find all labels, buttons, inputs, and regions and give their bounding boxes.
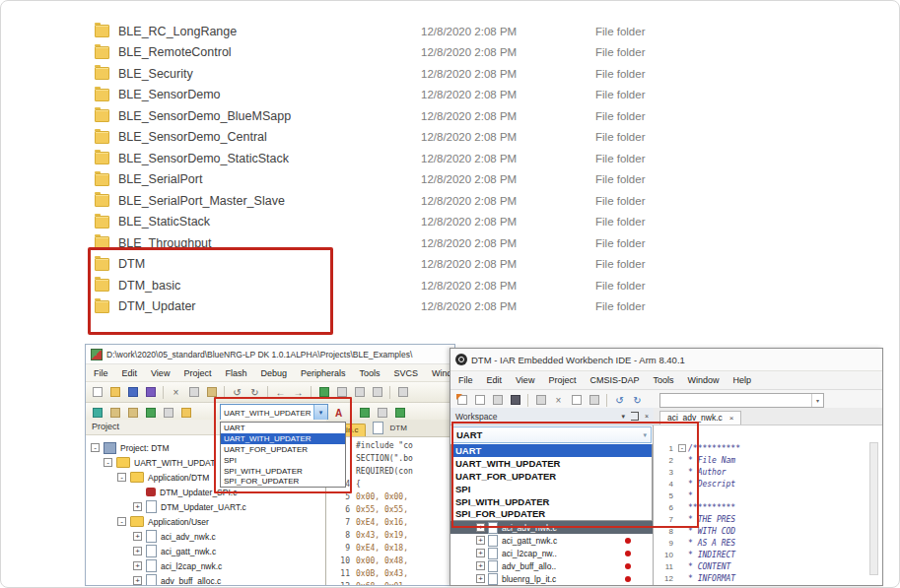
expander-icon[interactable]: + [476, 574, 485, 583]
expander-icon[interactable]: - [91, 443, 100, 452]
build-icon[interactable] [107, 406, 122, 421]
expander-icon[interactable]: + [476, 536, 485, 545]
explorer-row[interactable]: BLE_SerialPort12/8/2020 2:08 PMFile fold… [95, 169, 726, 191]
ws-tree-item-bluenrg-lp-it[interactable]: +bluenrg_lp_it.c [450, 572, 653, 585]
compile-icon[interactable] [90, 406, 104, 421]
close-icon[interactable]: × [645, 413, 649, 420]
expander-icon[interactable]: - [117, 517, 126, 526]
expander-icon[interactable]: - [117, 473, 126, 482]
expander-icon[interactable]: + [476, 549, 485, 557]
tree-item-application-user[interactable]: -Application/User [86, 514, 325, 529]
menu-tools[interactable]: Tools [359, 368, 380, 378]
stop-build-icon[interactable] [161, 406, 175, 421]
new-file-icon[interactable] [90, 385, 104, 400]
expander-icon[interactable]: + [133, 532, 142, 541]
tab-dtm[interactable]: DTM [368, 421, 412, 436]
code-text: 0x00, 0x48, [356, 556, 408, 565]
date-modified: 12/8/2020 2:08 PM [421, 258, 595, 270]
code-line: 9* AS A RES [654, 537, 882, 549]
menu-file[interactable]: File [94, 368, 108, 378]
new-file-icon[interactable] [454, 393, 469, 408]
folder-icon [95, 67, 109, 80]
expander-icon[interactable]: + [133, 561, 142, 570]
tree-item-dtm-updater-uart[interactable]: +DTM_Updater_UART.c [86, 499, 325, 514]
chevron-down-icon[interactable]: ▾ [621, 413, 625, 421]
bookmark-clear-icon[interactable] [370, 385, 384, 400]
run-icon[interactable] [392, 406, 407, 421]
right-titlebar[interactable]: DTM - IAR Embedded Workbench IDE - Arm 8… [450, 349, 882, 371]
debug-icon[interactable] [357, 406, 372, 421]
expander-icon[interactable]: + [133, 576, 142, 585]
close-icon[interactable]: × [729, 414, 734, 423]
explorer-row[interactable]: BLE_Security12/8/2020 2:08 PMFile folder [95, 63, 726, 85]
file-icon [488, 573, 498, 585]
target-icon[interactable] [178, 406, 193, 421]
left-titlebar[interactable]: D:\work\2020\05_standard\BlueNRG-LP DK 1… [86, 345, 454, 364]
paste-icon[interactable] [587, 393, 601, 408]
menu-project[interactable]: Project [548, 375, 576, 385]
open-file-icon[interactable] [472, 393, 487, 408]
menu-file[interactable]: File [458, 375, 473, 385]
menu-debug[interactable]: Debug [260, 368, 287, 378]
rebuild-icon[interactable] [125, 406, 140, 421]
item-type: File folder [595, 26, 646, 37]
copy-icon[interactable] [569, 393, 584, 408]
line-number: 8 [326, 531, 356, 540]
ws-tree-item-aci-l2cap-nw[interactable]: +aci_l2cap_nw.. [450, 547, 653, 559]
explorer-row[interactable]: BLE_SensorDemo_BlueMSapp12/8/2020 2:08 P… [95, 105, 726, 127]
expander-icon[interactable]: - [104, 458, 112, 467]
open-file-icon[interactable] [107, 385, 122, 400]
explorer-row[interactable]: BLE_RemoteControl12/8/2020 2:08 PMFile f… [95, 42, 726, 64]
tree-item-adv-buff-alloc[interactable]: +adv_buff_alloc.c [86, 573, 325, 585]
cut-icon[interactable]: × [169, 385, 183, 400]
menu-edit[interactable]: Edit [122, 368, 138, 378]
left-menubar: File Edit View Project Flash Debug Perip… [86, 364, 454, 382]
editor-scrollbar[interactable] [869, 442, 878, 575]
menu-edit[interactable]: Edit [487, 375, 503, 385]
copy-icon[interactable] [186, 385, 201, 400]
expander-icon[interactable]: + [133, 547, 142, 555]
bookmark-prev-icon[interactable] [352, 385, 367, 400]
menu-svcs[interactable]: SVCS [394, 368, 419, 378]
ws-tree-item-adv-buff-allo[interactable]: +adv_buff_allo.. [450, 559, 653, 572]
tree-label: Project: DTM [120, 443, 170, 453]
quick-search-combo[interactable]: ▾ [659, 393, 824, 408]
explorer-row[interactable]: BLE_RC_LongRange12/8/2020 2:08 PMFile fo… [95, 21, 726, 42]
tree-item-aci-adv-nwk[interactable]: +aci_adv_nwk.c [86, 529, 325, 544]
menu-flash[interactable]: Flash [225, 368, 246, 378]
menu-window[interactable]: Window [687, 375, 719, 385]
menu-help[interactable]: Help [732, 375, 751, 385]
explorer-row[interactable]: BLE_SensorDemo_Central12/8/2020 2:08 PMF… [95, 127, 726, 149]
expander-icon[interactable]: + [133, 502, 142, 511]
explorer-row[interactable]: BLE_StaticStack12/8/2020 2:08 PMFile fol… [95, 212, 726, 233]
menu-peripherals[interactable]: Peripherals [301, 368, 346, 378]
indent-icon[interactable] [395, 385, 410, 400]
explorer-row[interactable]: BLE_SerialPort_Master_Slave12/8/2020 2:0… [95, 190, 726, 212]
ws-tree-item-aci-gatt-nwk[interactable]: +aci_gatt_nwk.c [450, 534, 653, 547]
save-all-icon[interactable] [508, 393, 522, 408]
menu-view[interactable]: View [516, 375, 534, 385]
menu-view[interactable]: View [151, 368, 170, 378]
explorer-row[interactable]: BLE_SensorDemo_StaticStack12/8/2020 2:08… [95, 148, 726, 169]
pin-icon[interactable] [631, 412, 639, 421]
cut-icon[interactable]: × [551, 393, 566, 408]
explorer-row[interactable]: BLE_SensorDemo12/8/2020 2:08 PMFile fold… [95, 85, 726, 106]
expander-icon[interactable]: + [476, 561, 485, 570]
folder-icon [95, 173, 109, 186]
save-all-icon[interactable] [143, 385, 158, 400]
item-type: File folder [595, 280, 646, 292]
save-icon[interactable] [125, 385, 140, 400]
print-icon[interactable] [533, 393, 548, 408]
tree-item-aci-l2cap-nwk[interactable]: +aci_l2cap_nwk.c [86, 558, 325, 573]
menu-tools[interactable]: Tools [653, 375, 673, 385]
batch-build-icon[interactable] [143, 406, 158, 421]
undo-icon[interactable]: ↺ [612, 393, 627, 408]
menu-cmsis-dap[interactable]: CMSIS-DAP [589, 375, 639, 385]
save-icon[interactable] [490, 393, 505, 408]
chevron-down-icon[interactable]: ▾ [811, 394, 823, 407]
menu-project[interactable]: Project [183, 368, 211, 378]
flash-icon[interactable] [375, 406, 389, 421]
redo-icon[interactable]: ↻ [630, 393, 645, 408]
tree-item-aci-gatt-nwk[interactable]: +aci_gatt_nwk.c [86, 544, 325, 558]
code-text: 0x55, 0x55, [356, 505, 408, 514]
